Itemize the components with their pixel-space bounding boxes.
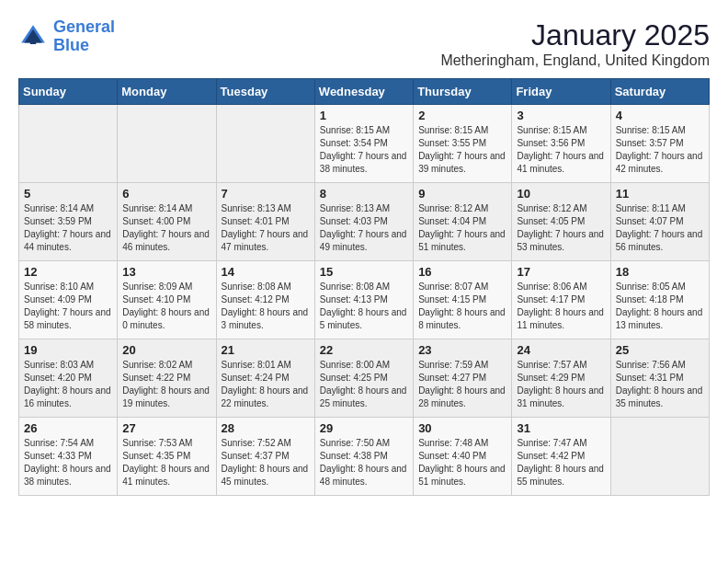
day-number: 16	[418, 265, 506, 279]
day-number: 25	[616, 343, 704, 357]
calendar-week-row: 5Sunrise: 8:14 AM Sunset: 3:59 PM Daylig…	[19, 183, 710, 261]
calendar-cell: 23Sunrise: 7:59 AM Sunset: 4:27 PM Dayli…	[414, 339, 512, 418]
day-number: 29	[320, 421, 408, 435]
day-number: 12	[24, 265, 112, 279]
calendar-cell: 3Sunrise: 8:15 AM Sunset: 3:56 PM Daylig…	[512, 105, 610, 183]
day-info: Sunrise: 7:59 AM Sunset: 4:27 PM Dayligh…	[418, 359, 506, 410]
calendar-cell: 31Sunrise: 7:47 AM Sunset: 4:42 PM Dayli…	[512, 418, 610, 496]
day-info: Sunrise: 8:14 AM Sunset: 4:00 PM Dayligh…	[122, 202, 210, 254]
day-info: Sunrise: 8:10 AM Sunset: 4:09 PM Dayligh…	[24, 281, 112, 332]
header-wednesday: Wednesday	[314, 79, 413, 105]
day-info: Sunrise: 8:02 AM Sunset: 4:22 PM Dayligh…	[122, 359, 210, 410]
day-number: 23	[418, 343, 506, 357]
calendar-week-row: 26Sunrise: 7:54 AM Sunset: 4:33 PM Dayli…	[19, 418, 710, 496]
day-number: 2	[418, 109, 506, 122]
day-number: 7	[222, 187, 310, 201]
day-info: Sunrise: 8:15 AM Sunset: 3:54 PM Dayligh…	[320, 124, 408, 176]
page-header: General Blue January 2025 Metheringham, …	[18, 18, 710, 69]
day-info: Sunrise: 7:52 AM Sunset: 4:37 PM Dayligh…	[222, 437, 310, 488]
day-info: Sunrise: 7:57 AM Sunset: 4:29 PM Dayligh…	[517, 359, 605, 410]
calendar-title: January 2025	[440, 18, 710, 52]
calendar-cell: 10Sunrise: 8:12 AM Sunset: 4:05 PM Dayli…	[512, 183, 610, 261]
calendar-cell: 11Sunrise: 8:11 AM Sunset: 4:07 PM Dayli…	[610, 183, 709, 261]
day-number: 1	[320, 109, 408, 122]
day-info: Sunrise: 7:47 AM Sunset: 4:42 PM Dayligh…	[517, 437, 605, 488]
header-thursday: Thursday	[414, 79, 512, 105]
calendar-cell: 16Sunrise: 8:07 AM Sunset: 4:15 PM Dayli…	[414, 261, 512, 339]
day-info: Sunrise: 7:48 AM Sunset: 4:40 PM Dayligh…	[418, 437, 506, 488]
day-info: Sunrise: 7:50 AM Sunset: 4:38 PM Dayligh…	[320, 437, 408, 488]
calendar-cell: 27Sunrise: 7:53 AM Sunset: 4:35 PM Dayli…	[118, 418, 216, 496]
calendar-cell: 7Sunrise: 8:13 AM Sunset: 4:01 PM Daylig…	[216, 183, 314, 261]
day-info: Sunrise: 8:09 AM Sunset: 4:10 PM Dayligh…	[122, 281, 210, 332]
day-info: Sunrise: 8:13 AM Sunset: 4:03 PM Dayligh…	[320, 202, 408, 254]
calendar-cell: 28Sunrise: 7:52 AM Sunset: 4:37 PM Dayli…	[216, 418, 314, 496]
calendar-week-row: 12Sunrise: 8:10 AM Sunset: 4:09 PM Dayli…	[19, 261, 710, 339]
title-block: January 2025 Metheringham, England, Unit…	[440, 18, 710, 69]
day-number: 14	[222, 265, 310, 279]
day-info: Sunrise: 7:54 AM Sunset: 4:33 PM Dayligh…	[24, 437, 112, 488]
day-info: Sunrise: 8:01 AM Sunset: 4:24 PM Dayligh…	[222, 359, 310, 410]
logo-line2: Blue	[53, 36, 89, 54]
day-number: 26	[24, 421, 112, 435]
day-number: 20	[122, 343, 210, 357]
calendar-cell: 30Sunrise: 7:48 AM Sunset: 4:40 PM Dayli…	[414, 418, 512, 496]
calendar-cell: 20Sunrise: 8:02 AM Sunset: 4:22 PM Dayli…	[118, 339, 216, 418]
calendar-cell: 14Sunrise: 8:08 AM Sunset: 4:12 PM Dayli…	[216, 261, 314, 339]
calendar-cell: 12Sunrise: 8:10 AM Sunset: 4:09 PM Dayli…	[19, 261, 118, 339]
svg-rect-2	[30, 40, 36, 44]
calendar-cell: 5Sunrise: 8:14 AM Sunset: 3:59 PM Daylig…	[19, 183, 118, 261]
calendar-cell	[216, 105, 314, 183]
day-info: Sunrise: 8:15 AM Sunset: 3:56 PM Dayligh…	[517, 124, 605, 176]
day-number: 28	[222, 421, 310, 435]
calendar-cell: 25Sunrise: 7:56 AM Sunset: 4:31 PM Dayli…	[610, 339, 709, 418]
day-number: 15	[320, 265, 408, 279]
calendar-cell: 6Sunrise: 8:14 AM Sunset: 4:00 PM Daylig…	[118, 183, 216, 261]
day-number: 22	[320, 343, 408, 357]
day-number: 10	[517, 187, 605, 201]
calendar-cell	[19, 105, 118, 183]
day-info: Sunrise: 8:00 AM Sunset: 4:25 PM Dayligh…	[320, 359, 408, 410]
calendar-subtitle: Metheringham, England, United Kingdom	[440, 52, 710, 69]
day-number: 13	[122, 265, 210, 279]
calendar-cell	[118, 105, 216, 183]
calendar-week-row: 1Sunrise: 8:15 AM Sunset: 3:54 PM Daylig…	[19, 105, 710, 183]
day-number: 4	[616, 109, 704, 122]
day-number: 27	[122, 421, 210, 435]
calendar-cell: 15Sunrise: 8:08 AM Sunset: 4:13 PM Dayli…	[314, 261, 413, 339]
header-friday: Friday	[512, 79, 610, 105]
calendar-cell: 8Sunrise: 8:13 AM Sunset: 4:03 PM Daylig…	[314, 183, 413, 261]
day-number: 8	[320, 187, 408, 201]
day-info: Sunrise: 8:05 AM Sunset: 4:18 PM Dayligh…	[616, 281, 704, 332]
calendar-cell: 13Sunrise: 8:09 AM Sunset: 4:10 PM Dayli…	[118, 261, 216, 339]
header-sunday: Sunday	[19, 79, 118, 105]
day-info: Sunrise: 8:12 AM Sunset: 4:05 PM Dayligh…	[517, 202, 605, 254]
day-number: 24	[517, 343, 605, 357]
day-number: 21	[222, 343, 310, 357]
calendar-cell: 29Sunrise: 7:50 AM Sunset: 4:38 PM Dayli…	[314, 418, 413, 496]
header-saturday: Saturday	[610, 79, 709, 105]
day-info: Sunrise: 8:15 AM Sunset: 3:57 PM Dayligh…	[616, 124, 704, 176]
day-number: 17	[517, 265, 605, 279]
day-info: Sunrise: 8:15 AM Sunset: 3:55 PM Dayligh…	[418, 124, 506, 176]
day-info: Sunrise: 8:13 AM Sunset: 4:01 PM Dayligh…	[222, 202, 310, 254]
header-monday: Monday	[118, 79, 216, 105]
calendar-week-row: 19Sunrise: 8:03 AM Sunset: 4:20 PM Dayli…	[19, 339, 710, 418]
day-info: Sunrise: 8:06 AM Sunset: 4:17 PM Dayligh…	[517, 281, 605, 332]
day-info: Sunrise: 7:53 AM Sunset: 4:35 PM Dayligh…	[122, 437, 210, 488]
calendar-cell: 4Sunrise: 8:15 AM Sunset: 3:57 PM Daylig…	[610, 105, 709, 183]
calendar-header: Sunday Monday Tuesday Wednesday Thursday…	[19, 79, 710, 105]
day-info: Sunrise: 8:07 AM Sunset: 4:15 PM Dayligh…	[418, 281, 506, 332]
logo-line1: General	[53, 17, 115, 36]
day-info: Sunrise: 8:08 AM Sunset: 4:13 PM Dayligh…	[320, 281, 408, 332]
logo-text: General Blue	[53, 18, 115, 55]
day-number: 11	[616, 187, 704, 201]
header-tuesday: Tuesday	[216, 79, 314, 105]
day-info: Sunrise: 8:14 AM Sunset: 3:59 PM Dayligh…	[24, 202, 112, 254]
day-info: Sunrise: 8:08 AM Sunset: 4:12 PM Dayligh…	[222, 281, 310, 332]
day-info: Sunrise: 7:56 AM Sunset: 4:31 PM Dayligh…	[616, 359, 704, 410]
calendar-table: Sunday Monday Tuesday Wednesday Thursday…	[18, 78, 710, 496]
logo-icon	[18, 22, 48, 52]
day-number: 19	[24, 343, 112, 357]
calendar-cell: 1Sunrise: 8:15 AM Sunset: 3:54 PM Daylig…	[314, 105, 413, 183]
